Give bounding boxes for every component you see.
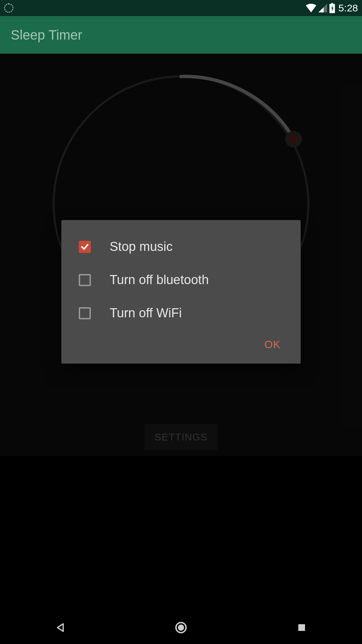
ok-button[interactable]: OK: [258, 334, 287, 355]
svg-rect-1: [331, 3, 333, 4]
navigation-bar: [0, 611, 362, 644]
option-label: Turn off WiFi: [110, 306, 182, 320]
battery-charging-icon: [329, 3, 335, 13]
home-button[interactable]: [171, 618, 191, 638]
checkbox-checked-icon[interactable]: [79, 241, 91, 253]
option-label: Stop music: [110, 239, 173, 254]
main-content: SETTINGS Stop music Turn off bluetooth T…: [0, 54, 362, 456]
loading-icon: [4, 3, 13, 13]
status-bar: 5:28: [0, 0, 362, 16]
wifi-icon: [306, 4, 316, 12]
recents-button[interactable]: [292, 618, 312, 638]
settings-dialog: Stop music Turn off bluetooth Turn off W…: [61, 220, 301, 364]
option-turn-off-bluetooth[interactable]: Turn off bluetooth: [61, 263, 301, 297]
option-label: Turn off bluetooth: [110, 273, 209, 287]
status-time: 5:28: [339, 2, 358, 14]
app-title: Sleep Timer: [11, 28, 82, 43]
option-turn-off-wifi[interactable]: Turn off WiFi: [61, 297, 301, 330]
svg-rect-5: [298, 624, 305, 631]
option-stop-music[interactable]: Stop music: [61, 230, 301, 263]
checkbox-unchecked-icon[interactable]: [79, 307, 91, 319]
back-button[interactable]: [50, 618, 70, 638]
cellular-icon: [318, 4, 327, 12]
svg-point-4: [178, 625, 184, 631]
bottom-gap: [0, 456, 362, 611]
checkbox-unchecked-icon[interactable]: [79, 274, 91, 286]
app-bar: Sleep Timer: [0, 16, 362, 54]
